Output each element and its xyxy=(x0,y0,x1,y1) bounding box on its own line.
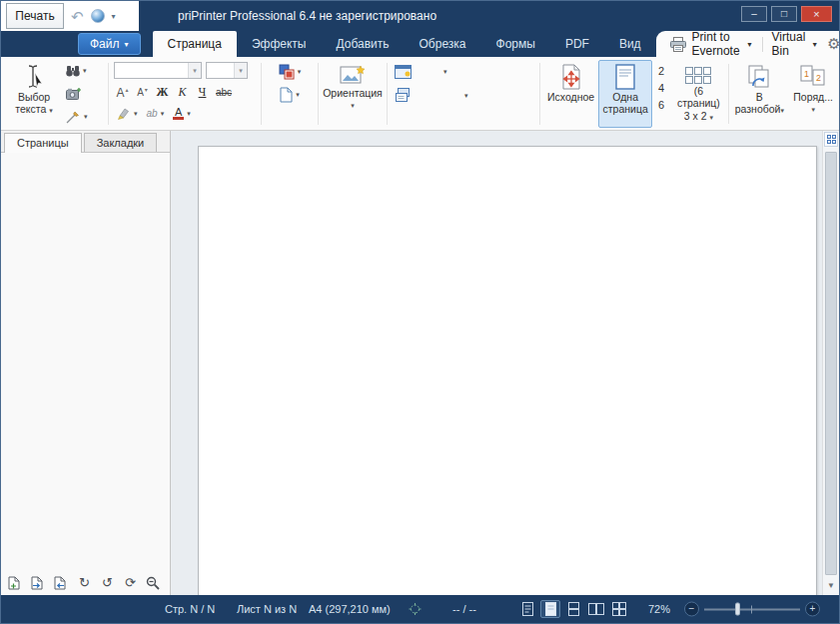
zoom-in-button[interactable]: + xyxy=(805,602,820,617)
zoom-slider-track[interactable] xyxy=(704,609,800,611)
original-layout-button[interactable]: Исходное xyxy=(543,60,598,128)
select-text-label: Выбор текста xyxy=(15,91,50,115)
tab-crop[interactable]: Обрезка xyxy=(405,31,481,57)
six-pages-dropdown-icon: ▾ xyxy=(709,114,713,121)
watermark-button[interactable]: ▾ xyxy=(395,65,538,79)
scrollbar-thumb[interactable] xyxy=(825,152,837,575)
page-color-button[interactable]: ▾ xyxy=(276,63,305,81)
two-pages-button[interactable]: 2 xyxy=(654,64,668,78)
shrink-font-arrow-icon: ▾ xyxy=(145,86,148,93)
shuffle-layout-button[interactable]: В разнобой▾ xyxy=(729,60,789,128)
rotate-ccw-icon[interactable]: ↺ xyxy=(100,576,115,590)
view-facing-pages-button[interactable] xyxy=(586,600,606,618)
ribbon-group-layout: Исходное Одна страница 2 4 6 (6 страниц)… xyxy=(541,59,839,129)
six-pages-button[interactable]: 6 xyxy=(654,98,668,112)
status-cursor-position: -- / -- xyxy=(452,603,476,615)
zoom-slider[interactable] xyxy=(704,603,800,616)
settings-gear-icon[interactable]: ⚙ xyxy=(827,35,840,53)
font-color-dropdown-icon: ▾ xyxy=(187,110,191,118)
printer-select[interactable]: Print to Evernote xyxy=(692,30,740,58)
six-pages-grid-button[interactable]: (6 страниц) 3 x 2 ▾ xyxy=(670,60,726,128)
file-menu-button[interactable]: Файл ▾ xyxy=(78,33,141,55)
qat-dropdown-arrow-icon[interactable]: ▾ xyxy=(112,12,116,21)
page-order-label: Поряд... xyxy=(793,92,833,104)
font-family-combo[interactable]: ▾ xyxy=(114,62,202,79)
tab-forms[interactable]: Формы xyxy=(481,31,550,57)
sidebar-tab-pages[interactable]: Страницы xyxy=(4,133,82,153)
font-size-combo[interactable]: ▾ xyxy=(206,62,248,79)
four-pages-button[interactable]: 4 xyxy=(654,81,668,95)
draw-line-button[interactable]: ▾ xyxy=(63,108,91,126)
page-order-icon: 12 xyxy=(800,64,826,90)
ribbon-group-font: ▾ ▾ А▴ А▾ Ж К Ч abc ▾ xyxy=(110,59,260,129)
font-family-dropdown-icon[interactable]: ▾ xyxy=(188,63,201,78)
order-num2: 2 xyxy=(816,73,821,83)
extract-page-button[interactable] xyxy=(54,576,69,590)
page-layout-select-button[interactable] xyxy=(824,132,838,147)
file-menu-label: Файл xyxy=(90,37,120,51)
background-sheets-icon xyxy=(395,88,411,103)
minimize-button[interactable]: – xyxy=(741,6,767,22)
view-fit-page-button[interactable] xyxy=(540,600,560,618)
group-separator xyxy=(108,63,109,125)
strikethrough-button[interactable]: abc xyxy=(214,84,234,101)
ribbon-group-select: Выбор текста ▾ ▾ ▾ xyxy=(3,59,107,129)
underline-button[interactable]: Ч xyxy=(194,84,211,101)
one-page-layout-button[interactable]: Одна страница xyxy=(598,60,652,128)
pen-annotate-button[interactable]: ab ▾ xyxy=(144,105,168,123)
view-continuous-button[interactable] xyxy=(563,600,583,618)
view-single-page-button[interactable] xyxy=(517,600,537,618)
highlighter-button[interactable]: ▾ xyxy=(114,105,141,123)
bold-button[interactable]: Ж xyxy=(154,84,171,101)
view-thumbnails-button[interactable] xyxy=(609,600,629,618)
app-window: Печать ↶ ▾ priPrinter Professional 6.4 н… xyxy=(0,0,840,624)
find-button[interactable]: ▾ xyxy=(63,62,91,80)
shrink-font-button[interactable]: А▾ xyxy=(134,84,151,101)
scroll-down-arrow-icon[interactable]: ▼ xyxy=(823,578,839,593)
tab-pdf[interactable]: PDF xyxy=(550,31,604,57)
rotate-cw-icon[interactable]: ↻ xyxy=(77,576,92,590)
virtual-bin-select[interactable]: Virtual Bin xyxy=(772,30,806,58)
orientation-button[interactable]: Ориентация ▾ xyxy=(319,60,387,128)
view-mode-buttons xyxy=(517,600,629,618)
insert-page-button[interactable] xyxy=(31,576,46,590)
bin-dropdown-arrow-icon[interactable]: ▼ xyxy=(811,41,818,48)
close-button[interactable]: × xyxy=(801,6,832,22)
font-combo-row: ▾ ▾ xyxy=(114,62,256,79)
tab-page[interactable]: Страница xyxy=(153,31,237,57)
orientation-picture-icon xyxy=(340,64,366,86)
document-preview-area[interactable]: ▼ xyxy=(171,131,839,595)
background-button[interactable]: ▾ xyxy=(395,88,538,103)
printer-dropdown-arrow-icon[interactable]: ▼ xyxy=(746,41,753,48)
font-size-dropdown-icon[interactable]: ▾ xyxy=(234,63,247,78)
page-setup-button[interactable]: ▾ xyxy=(277,86,303,104)
undo-icon[interactable]: ↶ xyxy=(71,9,84,24)
highlighter-dropdown-icon: ▾ xyxy=(134,110,138,118)
snapshot-button[interactable] xyxy=(63,85,91,103)
ribbon-group-watermark: ▾ ▾ xyxy=(389,59,538,129)
sidebar-tab-bookmarks[interactable]: Закладки xyxy=(84,133,158,152)
font-size-value xyxy=(207,63,234,78)
original-page-icon xyxy=(560,64,582,90)
vertical-scrollbar[interactable]: ▼ xyxy=(822,131,839,595)
zoom-slider-thumb[interactable] xyxy=(735,603,740,616)
grow-font-button[interactable]: А▴ xyxy=(114,84,131,101)
grid-3x2-icon xyxy=(685,67,711,84)
maximize-button[interactable]: □ xyxy=(771,6,797,22)
document-page[interactable] xyxy=(198,146,817,595)
sidebar-panel: Страницы Закладки ↻ ↺ ⟳ xyxy=(1,131,171,595)
page-order-button[interactable]: 12 Поряд... ▾ xyxy=(789,60,837,128)
zoom-out-panel-button[interactable] xyxy=(146,576,161,590)
select-text-button[interactable]: Выбор текста ▾ xyxy=(5,60,63,128)
titlebar: Печать ↶ ▾ priPrinter Professional 6.4 н… xyxy=(1,1,839,31)
tab-effects[interactable]: Эффекты xyxy=(237,31,322,57)
zoom-out-button[interactable]: − xyxy=(684,602,699,617)
tab-insert[interactable]: Добавить xyxy=(321,31,404,57)
refresh-icon[interactable]: ⟳ xyxy=(123,576,138,590)
app-logo-sphere-icon[interactable] xyxy=(91,9,105,23)
tab-view[interactable]: Вид xyxy=(604,31,656,57)
new-page-button[interactable] xyxy=(8,576,23,590)
italic-button[interactable]: К xyxy=(174,84,191,101)
font-color-button[interactable]: А ▾ xyxy=(170,105,194,123)
quick-print-button[interactable]: Печать xyxy=(6,3,64,29)
